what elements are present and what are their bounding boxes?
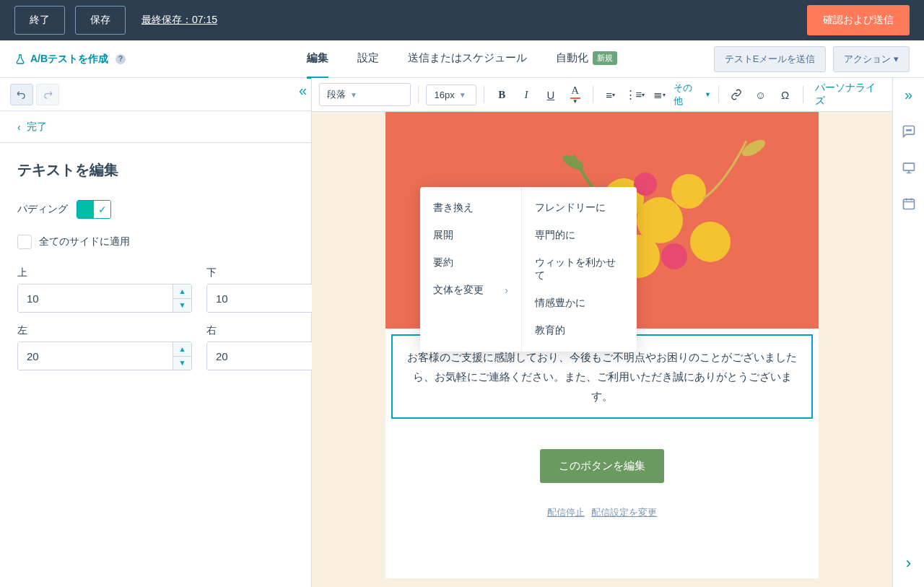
info-icon[interactable]: ? [116, 54, 126, 64]
unsubscribe-link[interactable]: 配信停止 [547, 507, 585, 518]
svg-point-8 [634, 173, 657, 196]
email-footer: 配信停止 配信設定を変更 [385, 500, 819, 538]
undo-redo-bar: « [0, 78, 311, 111]
tab-settings[interactable]: 設定 [357, 40, 379, 79]
top-bar: 終了 保存 最終保存：07:15 確認および送信 [0, 0, 924, 40]
left-panel: « ‹ 完了 テキストを編集 パディング ✓ 全てのサイドに適用 上 [0, 78, 312, 587]
padding-top-label: 上 [17, 266, 192, 279]
underline-button[interactable]: U [541, 84, 561, 105]
padding-left-input[interactable] [18, 342, 173, 370]
next-arrow-icon[interactable]: › [906, 554, 911, 573]
change-settings-link[interactable]: 配信設定を変更 [591, 507, 657, 518]
emoji-button[interactable]: ☺ [751, 84, 771, 105]
padding-toggle[interactable]: ✓ [77, 200, 111, 219]
link-button[interactable] [726, 84, 746, 105]
ctx-summarize[interactable]: 要約 [420, 249, 521, 277]
check-icon: ✓ [98, 204, 107, 215]
expand-right-icon[interactable]: » [905, 87, 912, 103]
collapse-left-icon[interactable]: « [299, 82, 307, 99]
svg-rect-15 [903, 163, 914, 170]
svg-point-6 [690, 222, 731, 262]
comments-icon[interactable] [901, 123, 917, 139]
sub-nav: A/Bテストを作成 ? 編集 設定 送信またはスケジュール 自動化 新規 テスト… [0, 40, 924, 78]
main-tabs: 編集 設定 送信またはスケジュール 自動化 新規 [307, 40, 617, 79]
svg-point-9 [661, 243, 687, 269]
confirm-send-button[interactable]: 確認および送信 [807, 5, 910, 35]
stepper-up[interactable]: ▲ [173, 342, 191, 357]
last-saved-text[interactable]: 最終保存：07:15 [141, 14, 217, 27]
redo-icon [42, 89, 53, 100]
ctx-friendly[interactable]: フレンドリーに [522, 194, 637, 222]
tab-automation[interactable]: 自動化 新規 [556, 40, 617, 79]
paragraph-select[interactable]: 段落▼ [319, 83, 411, 106]
undo-button[interactable] [10, 84, 33, 105]
italic-button[interactable]: I [516, 84, 536, 105]
bold-button[interactable]: B [492, 84, 512, 105]
test-email-button[interactable]: テストEメールを送信 [714, 46, 827, 72]
ctx-witty[interactable]: ウィットを利かせて [522, 249, 637, 290]
svg-point-14 [910, 130, 911, 131]
apply-all-label: 全てのサイドに適用 [39, 235, 130, 248]
padding-left-label: 左 [17, 324, 192, 337]
back-link[interactable]: ‹ 完了 [0, 111, 311, 143]
personalize-link[interactable]: パーソナライズ [815, 82, 886, 108]
align-button[interactable]: ≡▾ [601, 84, 621, 105]
flask-icon [14, 53, 26, 65]
text-color-button[interactable]: A▼ [565, 84, 585, 105]
right-rail: » › [892, 78, 924, 587]
ctx-change-style[interactable]: 文体を変更 › [420, 277, 521, 304]
calendar-icon[interactable] [901, 196, 917, 212]
ctx-emotional[interactable]: 情感豊かに [522, 290, 637, 317]
number-list-button[interactable]: ≣▾ [649, 84, 669, 105]
stepper-down[interactable]: ▼ [173, 299, 191, 313]
chevron-right-icon: › [505, 284, 508, 296]
link-icon [731, 89, 742, 100]
more-dropdown[interactable]: その他 ▼ [674, 82, 711, 108]
exit-button[interactable]: 終了 [14, 6, 65, 35]
ctx-rewrite[interactable]: 書き換え [420, 194, 521, 222]
svg-point-12 [906, 130, 907, 131]
ctx-educational[interactable]: 教育的 [522, 317, 637, 344]
new-badge: 新規 [593, 51, 617, 65]
panel-title: テキストを編集 [17, 160, 294, 180]
ai-context-menu: 書き換え 展開 要約 文体を変更 › フレンドリーに 専門的に ウィットを利かせ… [420, 187, 637, 352]
save-button[interactable]: 保存 [75, 6, 126, 35]
tab-send-schedule[interactable]: 送信またはスケジュール [408, 40, 527, 79]
svg-rect-16 [903, 199, 914, 209]
undo-icon [16, 89, 27, 100]
ctx-expand[interactable]: 展開 [420, 222, 521, 249]
fontsize-select[interactable]: 16px▼ [426, 84, 476, 105]
rich-text-toolbar: 段落▼ 16px▼ B I U A▼ ≡▾ ⋮≡▾ ≣▾ その他 ▼ ☺ Ω パ… [312, 78, 892, 112]
omega-button[interactable]: Ω [775, 84, 796, 105]
chevron-left-icon: ‹ [17, 121, 21, 133]
svg-point-4 [671, 174, 706, 209]
editor-area: 段落▼ 16px▼ B I U A▼ ≡▾ ⋮≡▾ ≣▾ その他 ▼ ☺ Ω パ… [312, 78, 892, 587]
padding-top-input[interactable] [18, 284, 173, 312]
redo-button[interactable] [36, 84, 59, 105]
bullet-list-button[interactable]: ⋮≡▾ [625, 84, 645, 105]
ctx-professional[interactable]: 専門的に [522, 222, 637, 249]
ab-test-link[interactable]: A/Bテストを作成 ? [14, 53, 126, 66]
actions-dropdown[interactable]: アクション ▾ [833, 46, 910, 72]
padding-label: パディング [17, 203, 68, 216]
svg-point-13 [908, 130, 910, 131]
stepper-down[interactable]: ▼ [173, 357, 191, 370]
cta-button[interactable]: このボタンを編集 [540, 449, 664, 483]
apply-all-checkbox[interactable] [17, 235, 32, 249]
stepper-up[interactable]: ▲ [173, 284, 191, 299]
devices-icon[interactable] [901, 160, 917, 175]
tab-edit[interactable]: 編集 [307, 40, 328, 79]
